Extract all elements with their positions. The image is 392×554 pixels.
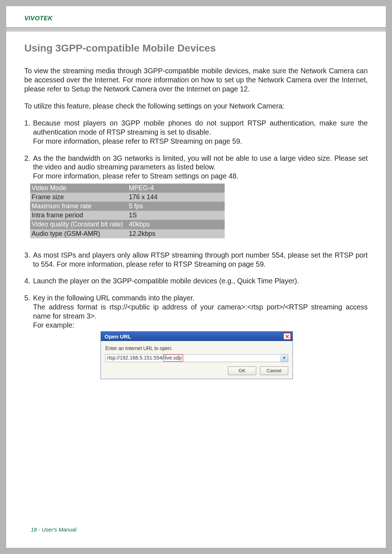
step-3: 3. As most ISPs and players only allow R… (24, 251, 368, 269)
table-row: Video Mode MPEG-4 (30, 184, 225, 193)
table-row: Audio type (GSM-AMR) 12.2kbps (30, 229, 225, 238)
header-rule (6, 27, 386, 32)
intro-paragraph-2: To utilize this feature, please check th… (24, 102, 368, 111)
cancel-button[interactable]: Cancel (260, 366, 288, 375)
step-text: As the the bandwidth on 3G networks is l… (33, 154, 368, 172)
step-text: Key in the following URL commands into t… (33, 294, 368, 303)
dialog-button-row: OK Cancel (105, 366, 288, 375)
step-subtext: The address format is rtsp://<public ip … (33, 303, 368, 321)
page-title: Using 3GPP-compatible Mobile Devices (24, 42, 368, 55)
dialog-title-text: Open URL (105, 333, 131, 340)
setting-key: Video quality (Constant bit rate) (30, 220, 127, 229)
page-footer: 18 - User's Manual (31, 526, 76, 533)
close-icon[interactable]: ✕ (283, 333, 291, 340)
open-url-dialog: Open URL ✕ Enter an Internet URL to open… (101, 331, 293, 379)
intro-paragraph-1: To view the streaming media through 3GPP… (24, 66, 368, 94)
dialog-titlebar: Open URL ✕ (101, 332, 293, 341)
content: Using 3GPP-compatible Mobile Devices To … (6, 32, 386, 379)
setting-value: 1S (127, 211, 225, 220)
brand-label: VIVOTEK (24, 15, 368, 22)
step-subtext: For more information, please refer to RT… (33, 137, 368, 146)
setting-key: Intra frame period (30, 211, 127, 220)
url-combobox[interactable]: rtsp://192.168.5.151:554/live.sdp ▾ (105, 354, 288, 362)
setting-value: 40kbps (127, 220, 225, 229)
step-text: As most ISPs and players only allow RTSP… (33, 251, 368, 269)
setting-value: MPEG-4 (127, 184, 225, 193)
page: VIVOTEK Using 3GPP-compatible Mobile Dev… (6, 6, 386, 548)
page-header: VIVOTEK (6, 6, 386, 25)
setting-key: Video Mode (30, 184, 127, 193)
url-spacer (184, 354, 280, 362)
dialog-label: Enter an Internet URL to open: (105, 345, 288, 352)
step-subtext: For example: (33, 321, 368, 330)
step-number: 4. (24, 276, 33, 286)
settings-table: Video Mode MPEG-4 Frame size 176 x 144 M… (30, 184, 225, 238)
table-row: Intra frame period 1S (30, 211, 225, 220)
table-row: Maximum frame rate 5 fps (30, 202, 225, 211)
step-text: Because most players on 3GPP mobile phon… (33, 119, 368, 137)
dialog-body: Enter an Internet URL to open: rtsp://19… (101, 341, 293, 379)
step-number: 2. (24, 154, 33, 172)
step-4: 4. Launch the player on the 3GPP-compati… (24, 276, 368, 286)
url-input[interactable]: rtsp://192.168.5.151:554/live.sdp (105, 354, 184, 362)
chevron-down-icon[interactable]: ▾ (280, 354, 288, 362)
table-row: Video quality (Constant bit rate) 40kbps (30, 220, 225, 229)
setting-key: Maximum frame rate (30, 202, 127, 211)
step-subtext: For more information, please refer to St… (33, 172, 368, 181)
url-prefix: rtsp://192.168.5.151:554/ (107, 355, 164, 361)
steps-list: 1. Because most players on 3GPP mobile p… (24, 119, 368, 379)
setting-value: 176 x 144 (127, 193, 225, 202)
step-text: Launch the player on the 3GPP-compatible… (33, 276, 368, 286)
step-number: 3. (24, 251, 33, 269)
setting-value: 5 fps (127, 202, 225, 211)
step-5: 5. Key in the following URL commands int… (24, 294, 368, 379)
step-2: 2. As the the bandwidth on 3G networks i… (24, 154, 368, 238)
setting-value: 12.2kbps (127, 229, 225, 238)
table-row: Frame size 176 x 144 (30, 193, 225, 202)
setting-key: Audio type (GSM-AMR) (30, 229, 127, 238)
step-number: 1. (24, 119, 33, 137)
step-number: 5. (24, 294, 33, 303)
ok-button[interactable]: OK (228, 366, 256, 375)
setting-key: Frame size (30, 193, 127, 202)
open-url-dialog-wrap: Open URL ✕ Enter an Internet URL to open… (101, 331, 368, 379)
step-1: 1. Because most players on 3GPP mobile p… (24, 119, 368, 146)
url-highlight: live.sdp (163, 354, 183, 362)
